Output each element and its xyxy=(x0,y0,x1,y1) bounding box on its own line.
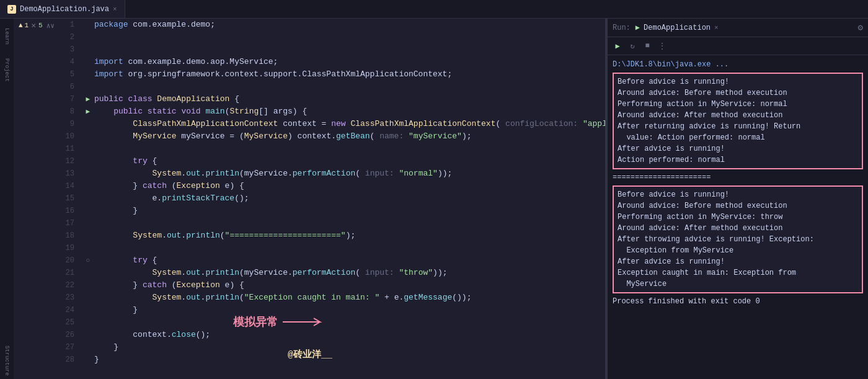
output-final-line: Process finished with exit code 0 xyxy=(613,296,863,307)
warning-icon: ▲ xyxy=(19,22,23,29)
code-line-3: 3 xyxy=(60,43,605,56)
output-box1-line3: Performing action in MyService: normal xyxy=(618,99,858,110)
output-box2-line3: Performing action in MyService: throw xyxy=(618,212,858,223)
code-line-26: 26 context.close(); xyxy=(60,329,605,341)
run-stop-button[interactable]: ■ xyxy=(641,40,653,52)
badge-separator: ✕ xyxy=(31,20,36,30)
output-box2-line6: Exception from MyService xyxy=(618,245,858,256)
editor-toolbar: ▲ 1 ✕ 5 ∧ ∨ xyxy=(14,19,60,32)
run-path-line: D:\JDK1.8\bin\java.exe ... xyxy=(613,59,863,70)
code-line-7: 7 ▶ public class DemoApplication { xyxy=(60,93,605,105)
code-line-22: 22 } catch (Exception e) { xyxy=(60,279,605,292)
output-box2-line8: Exception caught in main: Exception from xyxy=(618,267,858,279)
run-app-tab[interactable]: ▶ DemoApplication × xyxy=(636,23,719,32)
code-line-28: 28 } xyxy=(60,354,605,366)
sidebar-project-icon[interactable]: Project xyxy=(1,55,12,86)
run-rerun-button[interactable]: ↻ xyxy=(626,40,639,52)
code-line-12: 12 try { xyxy=(60,155,605,167)
left-sidebar: Learn Project Structure xyxy=(0,19,14,379)
sidebar-structure-icon[interactable]: Structure xyxy=(1,342,12,379)
editor-wrapper: ▲ 1 ✕ 5 ∧ ∨ 1 package com.example.demo; … xyxy=(14,19,605,379)
output-box-normal: Before advice is running! Around advice:… xyxy=(613,73,863,169)
settings-gear-icon[interactable]: ⚙ xyxy=(858,22,863,33)
tab-bar: J DemoApplication.java × xyxy=(0,0,868,19)
tab-close-button[interactable]: × xyxy=(113,6,117,13)
code-line-4: 4 import com.example.demo.aop.MyService; xyxy=(60,56,605,68)
code-line-16: 16 } xyxy=(60,205,605,217)
code-line-25: 25 xyxy=(60,316,605,329)
error-count: 5 xyxy=(38,22,43,29)
warning-count: 1 xyxy=(25,22,29,29)
code-line-1: 1 package com.example.demo; xyxy=(60,19,605,31)
code-line-13: 13 System.out.println(myService.performA… xyxy=(60,167,605,180)
code-line-24: 24 } xyxy=(60,304,605,316)
warning-badge[interactable]: ▲ 1 xyxy=(19,22,29,29)
nav-down-arrow[interactable]: ∨ xyxy=(50,22,55,30)
error-badge[interactable]: 5 xyxy=(38,22,43,29)
output-box2-line9: MyService xyxy=(618,279,858,290)
output-box1-line5: After returning advice is running! Retur… xyxy=(618,121,858,132)
output-box2-line2: Around advice: Before method execution xyxy=(618,200,858,212)
code-line-8: 8 ▶ public static void main(String[] arg… xyxy=(60,105,605,118)
run-play-button[interactable]: ▶ xyxy=(611,40,624,52)
output-box2-line1: Before advice is running! xyxy=(618,189,858,200)
output-separator: ====================== xyxy=(613,172,863,183)
main-area: Learn Project Structure ▲ 1 ✕ 5 ∧ ∨ 1 pa… xyxy=(0,19,868,379)
run-label: Run: xyxy=(613,24,631,32)
run-arrow-7[interactable]: ▶ xyxy=(86,93,91,105)
output-box1-line8: Action performed: normal xyxy=(618,154,858,166)
output-box2-line7: After advice is running! xyxy=(618,256,858,267)
code-line-21: 21 System.out.println(myService.performA… xyxy=(60,267,605,279)
code-line-5: 5 import org.springframework.context.sup… xyxy=(60,68,605,81)
editor-tab[interactable]: J DemoApplication.java × xyxy=(0,0,125,18)
output-box1-line4: Around advice: After method execution xyxy=(618,110,858,121)
sidebar-learn-icon[interactable]: Learn xyxy=(1,21,12,52)
code-editor[interactable]: 1 package com.example.demo; 2 3 4 import… xyxy=(60,19,605,379)
code-line-14: 14 } catch (Exception e) { xyxy=(60,180,605,192)
code-line-6: 6 xyxy=(60,81,605,93)
run-options-button[interactable]: ⋮ xyxy=(656,40,668,52)
code-line-11: 11 xyxy=(60,143,605,155)
output-box-throw: Before advice is running! Around advice:… xyxy=(613,185,863,293)
code-line-15: 15 e.printStackTrace(); xyxy=(60,192,605,205)
breakpoint-icon-20[interactable]: ○ xyxy=(86,254,91,267)
code-line-19: 19 xyxy=(60,242,605,254)
run-arrow-8[interactable]: ▶ xyxy=(86,105,91,118)
run-app-icon: ▶ xyxy=(636,23,640,32)
run-app-name: DemoApplication xyxy=(644,24,711,32)
code-line-23: 23 System.out.println("Exception caught … xyxy=(60,292,605,304)
code-line-10: 10 MyService myService = (MyService) con… xyxy=(60,130,605,143)
run-panel-header: Run: ▶ DemoApplication × ⚙ xyxy=(608,19,868,37)
output-box1-line7: After advice is running! xyxy=(618,143,858,154)
run-tab-close-button[interactable]: × xyxy=(714,24,719,32)
run-title-area: Run: ▶ DemoApplication × xyxy=(613,23,719,32)
output-box2-line4: Around advice: After method execution xyxy=(618,223,858,234)
code-line-27: 27 } xyxy=(60,341,605,354)
output-box1-line1: Before advice is running! xyxy=(618,76,858,87)
output-box1-line6: value: Action performed: normal xyxy=(618,132,858,143)
nav-up-arrow[interactable]: ∧ xyxy=(46,22,51,30)
run-panel: Run: ▶ DemoApplication × ⚙ ▶ ↻ ■ ⋮ D:\JD… xyxy=(608,19,868,379)
code-line-2: 2 xyxy=(60,31,605,43)
output-box1-line2: Around advice: Before method execution xyxy=(618,87,858,99)
run-toolbar: ▶ ↻ ■ ⋮ xyxy=(608,37,868,55)
code-line-17: 17 xyxy=(60,217,605,230)
code-line-18: 18 System.out.println("=================… xyxy=(60,230,605,242)
output-box2-line5: After throwing advice is running! Except… xyxy=(618,234,858,245)
run-output-area[interactable]: D:\JDK1.8\bin\java.exe ... Before advice… xyxy=(608,55,868,379)
code-line-20: 20 ○ try { xyxy=(60,254,605,267)
tab-filename: DemoApplication.java xyxy=(20,5,109,14)
code-line-9: 9 ClassPathXmlApplicationContext context… xyxy=(60,118,605,130)
java-file-icon: J xyxy=(7,5,16,14)
